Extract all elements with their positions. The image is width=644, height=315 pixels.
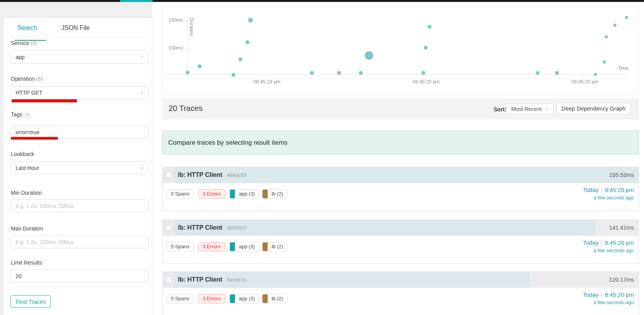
lookback-label: Lookback [11, 151, 34, 157]
x-tick-mark [426, 74, 426, 77]
service-select[interactable]: app ∨ [10, 50, 149, 64]
compare-banner: Compare traces by selecting result items [162, 131, 639, 154]
y-tick-label: 100ms [165, 45, 183, 51]
x-tick-label: 08:45:20 pm [409, 79, 444, 85]
trace-result-row[interactable]: lb: HTTP Client3b30927 141.41ms 5 Spans … [162, 220, 639, 264]
span-count-chip: 5 Spans [167, 189, 194, 199]
trace-time-link[interactable]: 8:45:20 pm [605, 239, 634, 246]
trace-time-link[interactable]: 8:45:20 pm [605, 291, 634, 298]
scatter-point[interactable] [594, 73, 597, 76]
scatter-point[interactable] [625, 16, 628, 19]
tab-json-file-label: JSON File [61, 24, 90, 31]
service-color-block [263, 294, 268, 303]
max-duration-input[interactable]: e.g. 1.2s, 100ms, 500us [10, 235, 149, 248]
service-chip-app: app (3) [230, 189, 259, 199]
trace-row-header[interactable]: lb: HTTP Client3b30927 141.41ms [163, 220, 639, 236]
trace-result-row[interactable]: lb: HTTP Client5e1dc7c 120.17ms 5 Spans … [162, 272, 639, 315]
operation-label: Operation (6) [11, 76, 43, 82]
scatter-point[interactable] [248, 18, 253, 22]
trace-select-checkbox[interactable] [166, 277, 172, 282]
y-tick-100 [184, 48, 188, 48]
operation-select[interactable]: HTTP GET ∨ [10, 86, 149, 99]
checkbox-column [163, 220, 174, 236]
min-duration-input[interactable]: e.g. 1.2s, 100ms, 500us [10, 199, 149, 212]
tags-input-value: error=true [16, 129, 40, 135]
max-duration-label: Max Duration [11, 225, 43, 232]
checkbox-column [163, 272, 174, 288]
trace-result-row[interactable]: lb: HTTP Client466dc53 155.53ms 5 Spans … [162, 167, 639, 211]
trace-date-link[interactable]: Today [583, 239, 599, 246]
tab-search[interactable]: Search [17, 24, 37, 31]
trace-duration: 120.17ms [609, 277, 634, 283]
limit-results-label: Limit Results [11, 260, 42, 266]
span-count-chip: 5 Spans [167, 242, 194, 251]
service-chip-lb: lb (2) [262, 294, 287, 303]
trace-relative-time: a few seconds ago [583, 248, 634, 253]
service-color-block [230, 189, 235, 199]
scatter-point[interactable] [605, 35, 608, 38]
sort-select[interactable]: Most Recent ∨ [506, 103, 553, 114]
x-tick-mark [585, 74, 585, 77]
error-count-chip: 3 Errors [198, 242, 225, 251]
trace-date-link[interactable]: Today [583, 291, 599, 298]
tab-search-label: Search [17, 24, 37, 31]
scatter-point[interactable] [421, 71, 425, 75]
lookback-select[interactable]: Last Hour ∨ [10, 161, 149, 174]
scatter-point[interactable] [245, 40, 249, 44]
error-count-chip: 3 Errors [198, 189, 225, 199]
trace-select-checkbox[interactable] [166, 172, 172, 178]
service-chip-lb: lb (2) [262, 189, 287, 199]
scatter-point[interactable] [231, 73, 235, 77]
trace-select-checkbox[interactable] [166, 225, 172, 230]
span-count-chip: 5 Spans [167, 294, 194, 303]
trace-title: lb: HTTP Client3b30927 [178, 224, 247, 231]
scatter-point[interactable] [536, 71, 540, 75]
trace-time-link[interactable]: 8:45:20 pm [605, 187, 634, 193]
scatter-point[interactable] [337, 71, 341, 75]
trace-row-header[interactable]: lb: HTTP Client466dc53 155.53ms [163, 167, 639, 183]
chevron-down-icon: ∨ [140, 165, 144, 171]
scatter-point[interactable] [603, 61, 606, 64]
help-icon[interactable]: ? [24, 113, 30, 119]
trace-chips: 5 Spans 3 Errors app (3) lb (2) [167, 189, 291, 199]
scatter-point[interactable] [310, 71, 314, 75]
max-duration-placeholder: e.g. 1.2s, 100ms, 500us [16, 239, 73, 245]
trace-timestamp: Today|8:45:20 pm a few seconds ago [583, 187, 634, 201]
checkbox-column [163, 167, 174, 183]
trace-chips: 5 Spans 3 Errors app (3) lb (2) [167, 294, 291, 303]
results-header-bar: 20 Traces Sort: Most Recent ∨ Deep Depen… [162, 99, 639, 119]
service-chip-app: app (3) [230, 294, 259, 303]
trace-title: lb: HTTP Client5e1dc7c [178, 276, 246, 283]
trace-date-link[interactable]: Today [583, 187, 599, 193]
annotation-underline-operation [12, 99, 77, 102]
trace-title: lb: HTTP Client466dc53 [178, 171, 246, 178]
sort-select-value: Most Recent [511, 106, 542, 112]
trace-relative-time: a few seconds ago [583, 300, 634, 305]
deep-dependency-graph-button[interactable]: Deep Dependency Graph [557, 103, 630, 114]
x-tick-label: 08:45:20 pm [567, 79, 602, 85]
scatter-point[interactable] [428, 25, 432, 29]
operation-count: (6) [36, 76, 43, 82]
scatter-point[interactable] [359, 71, 363, 75]
scatter-point[interactable] [424, 46, 428, 50]
scatter-point[interactable] [198, 64, 202, 68]
scatter-point[interactable] [555, 71, 559, 75]
service-chip-app: app (3) [230, 242, 259, 251]
search-sidebar: Search JSON File Service (4) app ∨ Opera… [0, 2, 152, 315]
scatter-point[interactable] [238, 57, 242, 61]
trace-row-header[interactable]: lb: HTTP Client5e1dc7c 120.17ms [163, 272, 639, 288]
trace-count: 20 Traces [169, 104, 203, 113]
scatter-point[interactable] [365, 51, 373, 60]
x-tick-label: 08:45:19 pm [249, 79, 284, 85]
tab-json-file[interactable]: JSON File [61, 24, 90, 31]
annotation-underline-tags [11, 137, 58, 140]
service-color-block [230, 242, 235, 251]
trace-timestamp: Today|8:45:20 pm a few seconds ago [583, 291, 634, 305]
trace-id: 3b30927 [227, 225, 247, 231]
scatter-point[interactable] [613, 24, 616, 27]
scatter-point[interactable] [186, 71, 190, 74]
find-traces-button[interactable]: Find Traces [10, 295, 51, 308]
limit-results-input[interactable]: 20 [10, 270, 149, 283]
sort-label: Sort: [494, 106, 506, 112]
sidebar-tabs: Search JSON File [10, 21, 149, 37]
